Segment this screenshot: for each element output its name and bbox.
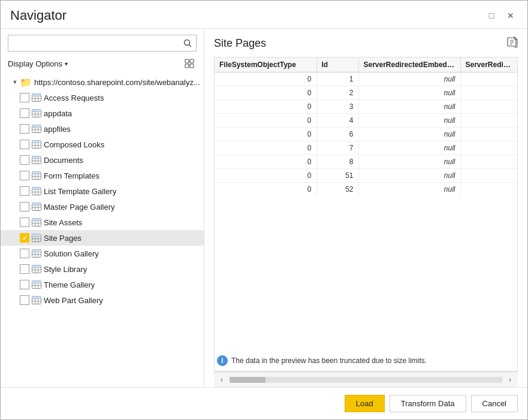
col-serverredirectedembeduri-header: ServerRedirectedEmbedUri bbox=[358, 58, 460, 72]
export-icon bbox=[506, 36, 518, 48]
checkbox-web-part-gallery[interactable] bbox=[20, 295, 29, 305]
scroll-track[interactable] bbox=[230, 377, 502, 383]
tree-item-label-appfiles: appfiles bbox=[44, 125, 204, 134]
panel-title: Site Pages bbox=[214, 37, 266, 50]
table-icon-site-assets bbox=[32, 218, 41, 226]
tree-item-master-page-gallery[interactable]: Master Page Gallery bbox=[1, 199, 204, 214]
display-options-button[interactable]: Display Options ▾ bbox=[8, 59, 68, 68]
svg-rect-65 bbox=[32, 234, 41, 237]
cell-serverredirectedembeduri-1: null bbox=[358, 86, 460, 100]
search-button[interactable] bbox=[179, 35, 196, 52]
tree-item-site-pages[interactable]: Site Pages bbox=[1, 230, 204, 246]
load-button[interactable]: Load bbox=[345, 395, 385, 412]
expand-arrow-icon: ▼ bbox=[10, 79, 20, 85]
tree-item-web-part-gallery[interactable]: Web Part Gallery bbox=[1, 292, 204, 308]
table-icon-form-templates bbox=[32, 171, 41, 180]
cell-serverredirectedembed-4 bbox=[460, 128, 517, 141]
tree-item-label-appdata: appdata bbox=[44, 109, 204, 118]
cell-id-6: 8 bbox=[316, 155, 358, 169]
svg-rect-90 bbox=[508, 38, 516, 46]
folder-icon: 📁 bbox=[20, 77, 32, 88]
checkbox-form-templates[interactable] bbox=[20, 171, 29, 180]
cell-filesystemobjecttype-1: 0 bbox=[215, 86, 316, 100]
tree-item-form-templates[interactable]: Form Templates bbox=[1, 168, 204, 183]
display-options-label: Display Options bbox=[8, 59, 62, 68]
cell-serverredirectedembed-0 bbox=[460, 72, 517, 86]
cell-filesystemobjecttype-7: 0 bbox=[215, 169, 316, 183]
cell-serverredirectedembeduri-5: null bbox=[358, 141, 460, 155]
scroll-left-button[interactable]: ‹ bbox=[215, 373, 228, 386]
table-body: 01null02null03null04null06null07null08nu… bbox=[215, 72, 517, 197]
left-panel: Display Options ▾ ▼ 📁 https://c bbox=[1, 29, 204, 387]
checkbox-list-template-gallery[interactable] bbox=[20, 186, 29, 196]
table-row: 03null bbox=[215, 100, 517, 114]
svg-rect-77 bbox=[32, 265, 41, 268]
col-serverredirectedembed-header: ServerRedirectedEmbed bbox=[460, 58, 517, 72]
navigator-icon-button[interactable] bbox=[182, 56, 197, 71]
table-header: FileSystemObjectType Id ServerRedirected… bbox=[215, 58, 517, 72]
scroll-thumb bbox=[230, 377, 265, 383]
truncated-notice: i The data in the preview has been trunc… bbox=[215, 350, 517, 371]
tree-item-appdata[interactable]: appdata bbox=[1, 105, 204, 121]
cell-serverredirectedembeduri-2: null bbox=[358, 100, 460, 114]
table-row: 02null bbox=[215, 86, 517, 100]
tree-item-appfiles[interactable]: appfiles bbox=[1, 121, 204, 137]
close-button[interactable]: ✕ bbox=[503, 8, 518, 23]
cell-serverredirectedembed-8 bbox=[460, 183, 517, 197]
table-icon-solution-gallery bbox=[32, 249, 41, 258]
cell-serverredirectedembed-6 bbox=[460, 155, 517, 169]
tree-item-label-documents: Documents bbox=[44, 156, 204, 165]
cell-filesystemobjecttype-6: 0 bbox=[215, 155, 316, 169]
nav-icon bbox=[184, 58, 195, 69]
cell-serverredirectedembed-2 bbox=[460, 100, 517, 114]
display-options-arrow-icon: ▾ bbox=[65, 61, 68, 67]
tree-item-documents[interactable]: Documents bbox=[1, 152, 204, 168]
svg-rect-5 bbox=[190, 64, 194, 68]
checkbox-composed-looks[interactable] bbox=[20, 140, 29, 149]
minimize-button[interactable]: □ bbox=[484, 8, 499, 23]
checkbox-style-library[interactable] bbox=[20, 264, 29, 274]
scroll-right-button[interactable]: › bbox=[503, 373, 517, 386]
checkbox-appdata[interactable] bbox=[20, 108, 29, 118]
tree-item-access-requests[interactable]: Access Requests bbox=[1, 90, 204, 105]
tree-item-theme-gallery[interactable]: Theme Gallery bbox=[1, 277, 204, 292]
tree-item-label-form-templates: Form Templates bbox=[44, 171, 204, 180]
cancel-button[interactable]: Cancel bbox=[471, 395, 518, 412]
tree-item-solution-gallery[interactable]: Solution Gallery bbox=[1, 246, 204, 261]
tree-item-style-library[interactable]: Style Library bbox=[1, 261, 204, 277]
table-row: 052null bbox=[215, 183, 517, 197]
tree-item-site-assets[interactable]: Site Assets bbox=[1, 214, 204, 230]
tree-children: Access Requests appdata appfiles Compose… bbox=[1, 90, 204, 308]
svg-rect-89 bbox=[32, 297, 41, 299]
checkbox-theme-gallery[interactable] bbox=[20, 280, 29, 289]
search-icon bbox=[183, 39, 192, 47]
checkbox-appfiles[interactable] bbox=[20, 124, 29, 134]
tree-root-item[interactable]: ▼ 📁 https://contoso.sharepoint.com/site/… bbox=[1, 74, 204, 90]
table-scroll-area[interactable]: FileSystemObjectType Id ServerRedirected… bbox=[215, 58, 517, 350]
checkbox-site-pages[interactable] bbox=[20, 233, 29, 243]
svg-rect-71 bbox=[32, 250, 41, 252]
cell-serverredirectedembeduri-6: null bbox=[358, 155, 460, 169]
table-icon-site-pages bbox=[32, 234, 41, 242]
checkbox-master-page-gallery[interactable] bbox=[20, 202, 29, 211]
tree-item-composed-looks[interactable]: Composed Looks bbox=[1, 137, 204, 152]
transform-data-button[interactable]: Transform Data bbox=[390, 395, 466, 412]
panel-export-button[interactable] bbox=[506, 36, 518, 51]
search-input[interactable] bbox=[8, 38, 179, 49]
cell-id-7: 51 bbox=[316, 169, 358, 183]
checkbox-access-requests[interactable] bbox=[20, 93, 29, 102]
cell-filesystemobjecttype-4: 0 bbox=[215, 128, 316, 141]
cell-serverredirectedembeduri-7: null bbox=[358, 169, 460, 183]
tree-item-list-template-gallery[interactable]: List Template Gallery bbox=[1, 183, 204, 199]
data-table: FileSystemObjectType Id ServerRedirected… bbox=[215, 58, 517, 196]
cell-serverredirectedembed-7 bbox=[460, 169, 517, 183]
svg-rect-29 bbox=[32, 141, 41, 143]
display-options-row: Display Options ▾ bbox=[1, 56, 204, 71]
tree-item-label-solution-gallery: Solution Gallery bbox=[44, 249, 204, 258]
tree-item-label-site-assets: Site Assets bbox=[44, 218, 204, 227]
cell-id-0: 1 bbox=[316, 72, 358, 86]
checkbox-site-assets[interactable] bbox=[20, 217, 29, 227]
checkbox-solution-gallery[interactable] bbox=[20, 249, 29, 258]
checkbox-documents[interactable] bbox=[20, 155, 29, 165]
cell-serverredirectedembeduri-4: null bbox=[358, 128, 460, 141]
